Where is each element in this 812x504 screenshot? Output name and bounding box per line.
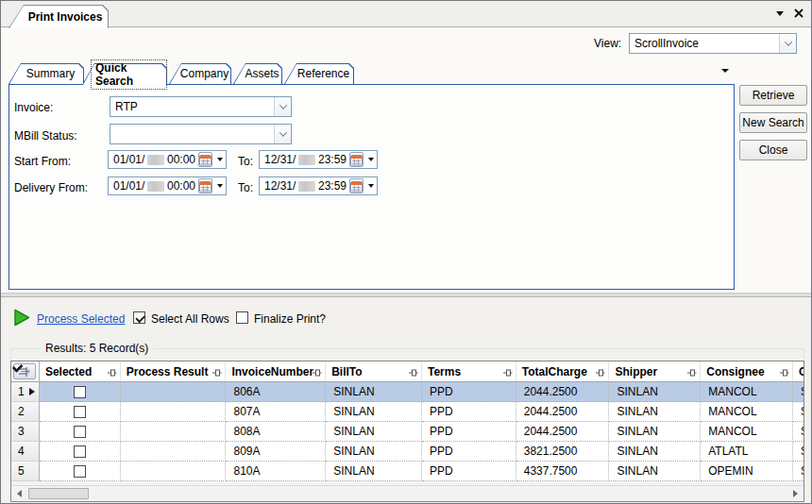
new-search-button[interactable]: New Search — [739, 112, 807, 133]
row-header[interactable]: 3 — [11, 422, 40, 442]
window-title: Print Invoices — [8, 5, 109, 28]
pin-icon[interactable] — [503, 367, 513, 380]
pin-icon[interactable] — [780, 367, 789, 380]
view-select[interactable]: ScrollInvoice — [629, 33, 797, 54]
start-to-label: To: — [238, 155, 253, 168]
column-header-truncated[interactable]: C — [793, 361, 804, 381]
column-header-total-charge[interactable]: TotalCharge — [516, 361, 610, 381]
tab-quick-search[interactable]: Quick Search — [82, 63, 167, 85]
finalize-print-label: Finalize Print? — [254, 312, 326, 326]
table-row[interactable]: 2 807A SINLAN PPD 2044.2500 SINLAN MANCO… — [11, 402, 804, 422]
view-select-dropdown-icon[interactable] — [779, 34, 796, 53]
invoice-grid: Selected Process Result InvoiceNumber Bi… — [10, 361, 804, 502]
start-from-date-field[interactable]: 01/01/00:00 — [108, 150, 227, 169]
date-dropdown-icon[interactable] — [368, 158, 374, 161]
scrollbar-thumb[interactable] — [28, 488, 89, 499]
grid-header-row: Selected Process Result InvoiceNumber Bi… — [11, 361, 804, 382]
row-selected-checkbox[interactable] — [74, 386, 86, 398]
row-header[interactable]: 1 — [11, 382, 40, 402]
mbill-status-label: MBill Status: — [14, 129, 77, 143]
tab-summary[interactable]: Summary — [8, 63, 84, 84]
pin-icon[interactable] — [313, 367, 322, 380]
invoice-label: Invoice: — [14, 101, 53, 114]
column-header-terms[interactable]: Terms — [422, 361, 516, 381]
print-invoices-window: Print Invoices View: ScrollInvoice Summa… — [0, 0, 812, 504]
row-selected-checkbox[interactable] — [74, 445, 86, 458]
column-header-invoice-number[interactable]: InvoiceNumber — [226, 361, 326, 381]
select-all-rows-label: Select All Rows — [151, 312, 229, 326]
column-header-shipper[interactable]: Shipper — [609, 361, 701, 381]
column-header-bill-to[interactable]: BillTo — [326, 361, 422, 381]
delivery-to-label: To: — [238, 181, 253, 194]
active-row-icon — [29, 388, 35, 395]
pin-icon[interactable] — [212, 367, 222, 380]
view-label: View: — [594, 37, 621, 50]
date-dropdown-icon[interactable] — [217, 184, 223, 188]
column-header-process-result[interactable]: Process Result — [121, 361, 227, 381]
tab-assets[interactable]: Assets — [233, 63, 282, 84]
date-dropdown-icon[interactable] — [217, 158, 223, 161]
redacted-year — [298, 155, 315, 165]
delivery-from-date-field[interactable]: 01/01/00:00 — [108, 176, 227, 195]
scroll-right-icon[interactable] — [787, 486, 804, 501]
calendar-icon[interactable] — [198, 178, 212, 193]
document-tab-print-invoices[interactable]: Print Invoices — [8, 5, 109, 28]
process-selected-link[interactable]: Process Selected — [37, 312, 125, 326]
start-to-date-field[interactable]: 12/31/23:59 — [259, 150, 378, 169]
tab-overflow-icon[interactable] — [721, 69, 729, 73]
select-all-rows-checkbox[interactable] — [133, 311, 145, 324]
close-icon[interactable] — [792, 7, 805, 20]
close-button[interactable]: Close — [739, 140, 807, 160]
row-header[interactable]: 2 — [11, 402, 40, 422]
scroll-left-icon[interactable] — [11, 486, 27, 501]
row-selected-checkbox[interactable] — [74, 406, 86, 418]
redacted-year — [147, 181, 164, 192]
row-header[interactable]: 5 — [11, 462, 40, 481]
delivery-from-label: Delivery From: — [14, 181, 88, 194]
row-selected-checkbox[interactable] — [74, 465, 86, 478]
mbill-status-select[interactable] — [110, 124, 292, 144]
view-select-value: ScrollInvoice — [630, 37, 779, 50]
document-tab-strip: Print Invoices — [1, 1, 811, 27]
table-row[interactable]: 3 808A SINLAN PPD 2044.2500 SINLAN MANCO… — [11, 422, 804, 442]
delivery-to-date-field[interactable]: 12/31/23:59 — [259, 176, 378, 195]
finalize-print-checkbox[interactable] — [236, 311, 248, 324]
pin-icon[interactable] — [409, 367, 418, 380]
pin-icon[interactable] — [596, 367, 605, 380]
window-menu-icon[interactable] — [773, 7, 787, 20]
pin-icon[interactable] — [687, 367, 697, 380]
pin-icon[interactable] — [108, 367, 117, 380]
calendar-icon[interactable] — [349, 152, 364, 167]
column-header-consignee[interactable]: Consignee — [701, 361, 793, 381]
tab-reference[interactable]: Reference — [284, 63, 354, 84]
results-count-label: Results: 5 Record(s) — [41, 342, 153, 355]
table-row[interactable]: 4 809A SINLAN PPD 3821.2500 SINLAN ATLAT… — [11, 442, 804, 462]
horizontal-scrollbar[interactable] — [11, 485, 804, 501]
calendar-icon[interactable] — [198, 152, 212, 167]
date-dropdown-icon[interactable] — [368, 184, 374, 188]
calendar-icon[interactable] — [349, 178, 364, 193]
table-row[interactable]: 5 810A SINLAN PPD 4337.7500 SINLAN OPEMI… — [11, 462, 804, 481]
column-header-selected[interactable]: Selected — [40, 361, 121, 381]
row-selected-checkbox[interactable] — [74, 426, 86, 438]
tab-company[interactable]: Company — [169, 63, 231, 84]
redacted-year — [147, 155, 164, 165]
redacted-year — [298, 181, 315, 192]
retrieve-button[interactable]: Retrieve — [739, 85, 807, 106]
invoice-select-value: RTP — [110, 100, 274, 113]
invoice-select[interactable]: RTP — [110, 96, 292, 117]
table-row[interactable]: 1 806A SINLAN PPD 2044.2500 SINLAN MANCO… — [11, 382, 804, 402]
start-from-label: Start From: — [14, 155, 71, 168]
invoice-select-dropdown-icon[interactable] — [274, 97, 291, 116]
row-header[interactable]: 4 — [11, 442, 40, 462]
process-selected-icon[interactable] — [12, 308, 32, 330]
mbill-status-select-dropdown-icon[interactable] — [274, 125, 291, 143]
